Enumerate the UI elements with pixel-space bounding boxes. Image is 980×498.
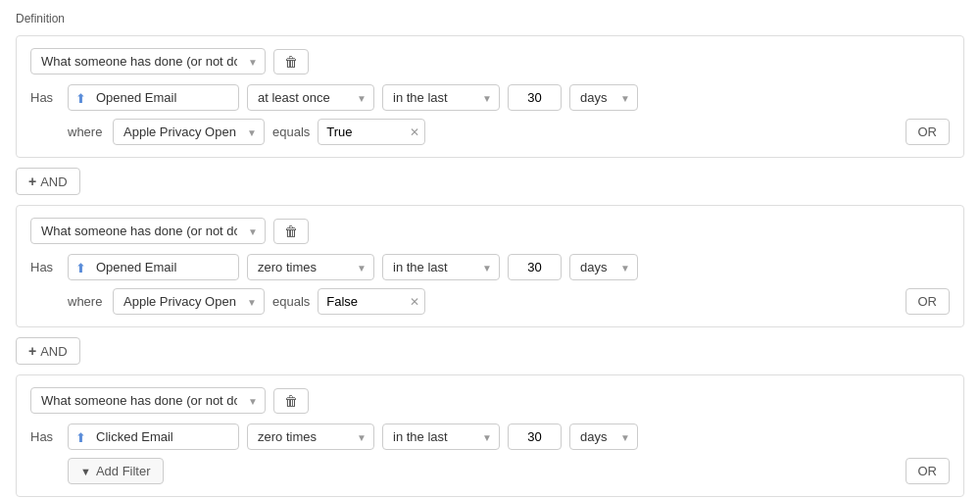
days-wrapper-3: days weeks ▼ (569, 423, 638, 450)
add-filter-button[interactable]: ▼ Add Filter (68, 458, 164, 484)
main-dropdown-wrapper-2: What someone has done (or not done) ▼ (30, 218, 266, 244)
frequency-wrapper-3: zero times at least once ▼ (247, 423, 374, 450)
event-select-2[interactable]: Opened Email Clicked Email (68, 254, 239, 280)
frequency-select-1[interactable]: at least once zero times (247, 84, 374, 111)
plus-icon: + (28, 174, 36, 189)
has-row-2: Has ⬆ Opened Email Clicked Email zero ti… (30, 254, 950, 280)
condition-block-3: What someone has done (or not done) ▼ 🗑 … (16, 374, 964, 497)
frequency-select-3[interactable]: zero times at least once (247, 423, 374, 450)
condition-content-2: What someone has done (or not done) ▼ 🗑 … (30, 218, 950, 315)
filter-select-1[interactable]: Apple Privacy Open (113, 119, 265, 145)
period-wrapper-1: in the last ▼ (382, 84, 500, 111)
filter-select-wrapper-1: Apple Privacy Open ▼ (113, 119, 265, 145)
number-input-1[interactable] (508, 84, 562, 111)
main-dropdown-3[interactable]: What someone has done (or not done) (30, 387, 266, 414)
where-label-2: where (68, 294, 105, 309)
period-wrapper-3: in the last ▼ (382, 423, 500, 450)
and-button-2[interactable]: + AND (16, 337, 80, 365)
main-dropdown-2[interactable]: What someone has done (or not done) (30, 218, 266, 244)
has-label-3: Has (30, 429, 60, 444)
value-input-wrapper-1: ✕ (318, 119, 425, 145)
delete-button-2[interactable]: 🗑 (273, 219, 309, 244)
or-button-3[interactable]: OR (906, 458, 951, 484)
days-wrapper-2: days weeks ▼ (569, 254, 638, 280)
or-button-1[interactable]: OR (906, 119, 951, 145)
has-row-3: Has ⬆ Clicked Email Opened Email zero ti… (30, 423, 950, 450)
clear-icon-2[interactable]: ✕ (410, 296, 419, 308)
where-row-2: where Apple Privacy Open ▼ equals ✕ OR (68, 288, 950, 315)
frequency-select-2[interactable]: zero times at least once (247, 254, 374, 280)
filter-icon: ▼ (80, 466, 91, 477)
event-select-wrapper-3: ⬆ Clicked Email Opened Email (68, 423, 239, 450)
and-label-1: AND (40, 174, 67, 189)
main-dropdown-1[interactable]: What someone has done (or not done) (30, 48, 266, 75)
value-input-wrapper-2: ✕ (318, 288, 425, 315)
clear-icon-1[interactable]: ✕ (410, 126, 419, 138)
condition-content-3: What someone has done (or not done) ▼ 🗑 … (30, 387, 950, 484)
days-wrapper-1: days weeks ▼ (569, 84, 638, 111)
number-input-2[interactable] (508, 254, 562, 280)
where-label-1: where (68, 124, 105, 139)
period-select-2[interactable]: in the last (382, 254, 500, 280)
where-row-3: ▼ Add Filter OR (68, 458, 950, 484)
condition-block-2: What someone has done (or not done) ▼ 🗑 … (16, 205, 964, 327)
event-select-1[interactable]: Opened Email Clicked Email (68, 84, 239, 111)
period-wrapper-2: in the last ▼ (382, 254, 500, 280)
main-dropdown-wrapper-3: What someone has done (or not done) ▼ (30, 387, 266, 414)
period-select-3[interactable]: in the last (382, 423, 500, 450)
definition-label: Definition (16, 12, 964, 25)
where-row-1: where Apple Privacy Open ▼ equals ✕ OR (68, 119, 950, 145)
has-label-1: Has (30, 90, 60, 105)
plus-icon-2: + (28, 343, 36, 359)
period-select-1[interactable]: in the last (382, 84, 500, 111)
or-button-2[interactable]: OR (906, 288, 951, 315)
and-button-1[interactable]: + AND (16, 168, 80, 195)
add-filter-label: Add Filter (96, 464, 151, 478)
frequency-wrapper-1: at least once zero times ▼ (247, 84, 374, 111)
main-dropdown-wrapper-1: What someone has done (or not done) ▼ (30, 48, 266, 75)
delete-button-1[interactable]: 🗑 (273, 49, 309, 75)
frequency-wrapper-2: zero times at least once ▼ (247, 254, 374, 280)
definition-section: Definition What someone has done (or not… (16, 12, 964, 497)
condition-content-1: What someone has done (or not done) ▼ 🗑 … (30, 48, 950, 145)
filter-select-wrapper-2: Apple Privacy Open ▼ (113, 288, 265, 315)
condition-or-row-1: What someone has done (or not done) ▼ 🗑 … (30, 48, 950, 145)
days-select-3[interactable]: days weeks (569, 423, 638, 450)
and-label-2: AND (40, 344, 67, 359)
days-select-1[interactable]: days weeks (569, 84, 638, 111)
days-select-2[interactable]: days weeks (569, 254, 638, 280)
has-row-1: Has ⬆ Opened Email Clicked Email at leas… (30, 84, 950, 111)
delete-button-3[interactable]: 🗑 (273, 388, 309, 414)
condition-or-row-2: What someone has done (or not done) ▼ 🗑 … (30, 218, 950, 315)
has-label-2: Has (30, 260, 60, 274)
event-select-wrapper-1: ⬆ Opened Email Clicked Email (68, 84, 239, 111)
event-select-3[interactable]: Clicked Email Opened Email (68, 423, 239, 450)
filter-select-2[interactable]: Apple Privacy Open (113, 288, 265, 315)
condition-or-row-3: What someone has done (or not done) ▼ 🗑 … (30, 387, 950, 484)
equals-label-2: equals (272, 294, 310, 309)
equals-label-1: equals (272, 124, 310, 139)
condition-block-1: What someone has done (or not done) ▼ 🗑 … (16, 35, 964, 158)
event-select-wrapper-2: ⬆ Opened Email Clicked Email (68, 254, 239, 280)
number-input-3[interactable] (508, 423, 562, 450)
